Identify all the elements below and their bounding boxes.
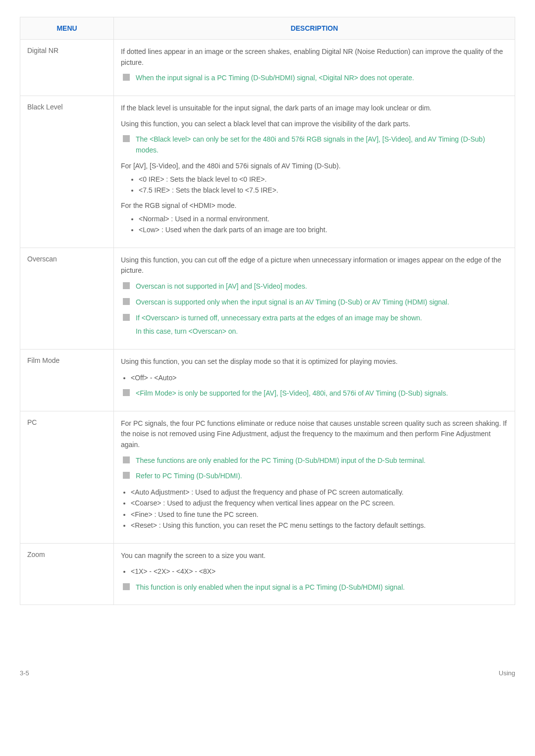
menu-header-description: DESCRIPTION — [114, 17, 515, 40]
note-text: This function is only enabled when the i… — [136, 582, 405, 593]
row-desc-pc: For PC signals, the four PC functions el… — [114, 411, 515, 543]
list-item: <Auto Adjustment> : Used to adjust the f… — [131, 487, 508, 498]
list-item: <Low> : Used when the dark parts of an i… — [139, 224, 508, 235]
note-icon — [123, 583, 130, 590]
paragraph: For the RGB signal of <HDMI> mode. — [121, 201, 508, 211]
row-desc-overscan: Using this function, you can cut off the… — [114, 248, 515, 349]
list-item: <7.5 IRE> : Sets the black level to <7.5… — [139, 185, 508, 196]
menu-table: MENU DESCRIPTION Digital NR If dotted li… — [20, 17, 515, 605]
note: This function is only enabled when the i… — [123, 582, 508, 593]
paragraph: Using this function, you can select a bl… — [121, 119, 508, 130]
row-name-overscan: Overscan — [20, 248, 114, 349]
table-row: Overscan Using this function, you can cu… — [20, 248, 515, 349]
note-text: Overscan is not supported in [AV] and [S… — [136, 281, 307, 292]
note-icon — [123, 282, 130, 289]
paragraph: You can magnify the screen to a size you… — [121, 551, 508, 561]
note: If <Overscan> is turned off, unnecessary… — [123, 313, 508, 324]
page-number: 3-5 — [20, 669, 29, 677]
paragraph: Using this function, you can set the dis… — [121, 356, 508, 367]
note-text: If <Overscan> is turned off, unnecessary… — [136, 313, 422, 324]
list-item: <Reset> : Using this function, you can r… — [131, 520, 508, 531]
sub-list: <0 IRE> : Sets the black level to <0 IRE… — [121, 174, 508, 196]
list-item: <Off> - <Auto> — [131, 372, 508, 383]
list-item: <Coarse> : Used to adjust the frequency … — [131, 498, 508, 508]
note-icon — [123, 298, 130, 305]
table-row: PC For PC signals, the four PC functions… — [20, 411, 515, 543]
note-text: <Film Mode> is only be supported for the… — [136, 388, 448, 399]
note-icon — [123, 314, 130, 321]
paragraph: For [AV], [S-Video], and the 480i and 57… — [121, 161, 508, 172]
sub-list: <Off> - <Auto> — [121, 372, 508, 383]
menu-header-menu: MENU — [20, 17, 114, 40]
note: Overscan is not supported in [AV] and [S… — [123, 281, 508, 292]
paragraph: For PC signals, the four PC functions el… — [121, 418, 508, 451]
note-icon — [123, 389, 130, 396]
section-name: Using — [499, 669, 515, 677]
row-desc-zoom: You can magnify the screen to a size you… — [114, 543, 515, 605]
note-icon — [123, 74, 130, 81]
paragraph: Using this function, you can cut off the… — [121, 255, 508, 276]
note-icon — [123, 456, 130, 463]
row-name-film-mode: Film Mode — [20, 349, 114, 411]
note-text: Refer to PC Timing (D-Sub/HDMI). — [136, 471, 242, 482]
sub-list: <Normal> : Used in a normal environment.… — [121, 213, 508, 236]
list-item: <Normal> : Used in a normal environment. — [139, 213, 508, 224]
list-item: <0 IRE> : Sets the black level to <0 IRE… — [139, 174, 508, 185]
note: When the input signal is a PC Timing (D-… — [123, 73, 508, 84]
row-desc-digital-nr: If dotted lines appear in an image or th… — [114, 40, 515, 96]
note: Overscan is supported only when the inpu… — [123, 297, 508, 308]
note-icon — [123, 135, 130, 142]
paragraph: If dotted lines appear in an image or th… — [121, 47, 508, 68]
sub-list: <Auto Adjustment> : Used to adjust the f… — [121, 487, 508, 531]
paragraph: If the black level is unsuitable for the… — [121, 103, 508, 114]
table-row: Black Level If the black level is unsuit… — [20, 96, 515, 248]
table-row: Film Mode Using this function, you can s… — [20, 349, 515, 411]
note-text: Overscan is supported only when the inpu… — [136, 297, 449, 308]
note-text: When the input signal is a PC Timing (D-… — [136, 73, 414, 84]
list-item: <1X> - <2X> - <4X> - <8X> — [131, 566, 508, 577]
note-icon — [123, 472, 130, 479]
table-row: Zoom You can magnify the screen to a siz… — [20, 543, 515, 605]
note: Refer to PC Timing (D-Sub/HDMI). — [123, 471, 508, 482]
row-desc-film-mode: Using this function, you can set the dis… — [114, 349, 515, 411]
note: The <Black level> can only be set for th… — [123, 134, 508, 155]
table-row: Digital NR If dotted lines appear in an … — [20, 40, 515, 96]
page-footer: 3-5 Using — [20, 605, 515, 677]
note-text: In this case, turn <Overscan> on. — [136, 326, 508, 337]
note-text: These functions are only enabled for the… — [136, 455, 426, 466]
row-name-black-level: Black Level — [20, 96, 114, 248]
row-name-digital-nr: Digital NR — [20, 40, 114, 96]
sub-list: <1X> - <2X> - <4X> - <8X> — [121, 566, 508, 577]
note: These functions are only enabled for the… — [123, 455, 508, 466]
list-item: <Fine> : Used to fine tune the PC screen… — [131, 509, 508, 520]
row-name-zoom: Zoom — [20, 543, 114, 605]
note: <Film Mode> is only be supported for the… — [123, 388, 508, 399]
row-name-pc: PC — [20, 411, 114, 543]
row-desc-black-level: If the black level is unsuitable for the… — [114, 96, 515, 248]
note-text: The <Black level> can only be set for th… — [136, 134, 508, 155]
